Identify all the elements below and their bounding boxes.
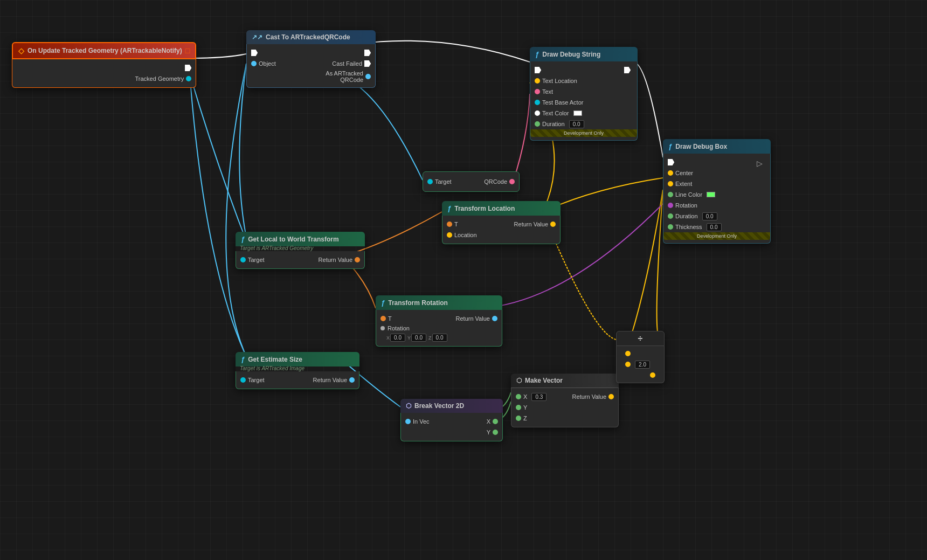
transform-location-header: ƒ Transform Location [442, 201, 561, 216]
exec-out-pin [12, 63, 196, 73]
qrcode-node[interactable]: Target QRCode [423, 171, 520, 192]
mv-x-pin: X 0.3 [511, 391, 565, 402]
as-artrackedqrcode-pin: As ARTracked QRCode [311, 69, 375, 84]
tr-return [492, 316, 497, 321]
bv-x-pin: X [452, 416, 502, 427]
ddb-duration-pin: Duration 0.0 [663, 211, 752, 222]
break-vector2d-node[interactable]: ⬡ Break Vector 2D In Vec X Y [400, 399, 503, 441]
dds-duration-pin: Duration 0.0 [530, 119, 620, 129]
dds-color [535, 110, 540, 116]
mv-y-pin: Y [511, 402, 565, 413]
draw-debug-box-node[interactable]: ƒ Draw Debug Box Center Extent Line Colo… [663, 139, 771, 244]
bv-x [493, 419, 498, 424]
draw-debug-box-header: ƒ Draw Debug Box [663, 139, 771, 154]
tracked-geometry-out [186, 76, 191, 81]
dds-duration [535, 121, 540, 127]
break-vector2d-header: ⬡ Break Vector 2D [400, 399, 503, 413]
tr-rotation [381, 326, 385, 330]
ges-return [349, 377, 355, 383]
event-header: ◇ On Update Tracked Geometry (ARTrackabl… [12, 42, 196, 59]
cast-node[interactable]: ↗↗ Cast To ARTrackedQRCode Object Cast F… [246, 30, 376, 88]
divide-node[interactable]: ÷ 2.0 [616, 331, 665, 383]
make-vector-node[interactable]: ⬡ Make Vector X 0.3 Y Z [511, 374, 619, 427]
func-icon: ƒ [535, 50, 539, 58]
get-local-world-header: ƒ Get Local to World Transform [236, 232, 365, 246]
break-vector2d-body: In Vec X Y [400, 413, 503, 441]
as-artrackedqrcode-out [365, 74, 371, 79]
func-icon-4: ƒ [241, 235, 245, 243]
get-local-world-node[interactable]: ƒ Get Local to World Transform Target is… [236, 232, 365, 269]
glw-target [240, 257, 246, 262]
make-icon: ⬡ [516, 377, 522, 384]
mv-z-pin: Z [511, 413, 565, 424]
dds-color-pin: Text Color [530, 108, 620, 119]
divide-header: ÷ [616, 331, 665, 346]
qrcode-target-pin: Target [427, 178, 452, 185]
draw-debug-string-header: ƒ Draw Debug String [530, 47, 638, 61]
event-title: On Update Tracked Geometry (ARTrackableN… [27, 47, 182, 54]
draw-debug-box-title: Draw Debug Box [675, 143, 727, 150]
dds-actor [535, 100, 540, 105]
transform-location-node[interactable]: ƒ Transform Location T Location Return V… [442, 201, 561, 244]
mv-return-pin: Return Value [565, 391, 618, 402]
ddb-rotation [668, 203, 673, 208]
make-vector-header: ⬡ Make Vector [511, 374, 619, 388]
tr-return-pin: Return Value [452, 313, 502, 324]
ges-target-pin: Target [236, 375, 298, 385]
tl-t [447, 222, 452, 227]
divide-icon: ÷ [638, 334, 643, 343]
cast-object-pin: Object [247, 58, 311, 69]
cast-failed-out [364, 60, 371, 67]
make-vector-body: X 0.3 Y Z Return Value [511, 388, 619, 427]
cast-exec-out [311, 47, 375, 58]
ddb-duration [668, 213, 673, 219]
transform-rotation-body: T Rotation X 0.0 Y 0.0 Z 0.0 [376, 310, 502, 347]
tl-return [550, 222, 556, 227]
cast-title: Cast To ARTrackedQRCode [266, 33, 350, 41]
bv-y [493, 430, 498, 435]
get-estimate-size-title: Get Estimate Size [248, 356, 302, 363]
dds-text-pin: Text [530, 86, 620, 97]
qrcode-out-pin: QRCode [484, 178, 515, 185]
exec-out [185, 65, 191, 71]
func-icon-5: ƒ [381, 299, 385, 307]
tr-rotation-pin: Rotation [376, 324, 452, 333]
func-icon-6: ƒ [241, 355, 245, 363]
transform-rotation-header: ƒ Transform Rotation [376, 295, 502, 310]
text-color-swatch [573, 110, 582, 116]
qrcode-target [427, 179, 433, 184]
ges-return-pin: Return Value [298, 375, 359, 385]
ddb-extent-pin: Extent [663, 178, 752, 189]
ddb-exec-in [663, 157, 752, 168]
draw-debug-box-body: Center Extent Line Color Rotation [663, 154, 771, 244]
tl-return-pin: Return Value [501, 219, 560, 230]
tr-t-pin: T [376, 313, 452, 324]
divide-body: 2.0 [616, 346, 665, 383]
transform-location-body: T Location Return Value [442, 216, 561, 244]
event-icon: ◇ [18, 46, 24, 55]
func-icon-2: ƒ [668, 142, 672, 150]
ddb-rotation-pin: Rotation [663, 200, 752, 211]
ddb-linecolor [668, 192, 673, 197]
div-out-pin [621, 370, 660, 381]
glw-return-pin: Return Value [300, 254, 364, 265]
transform-rotation-node[interactable]: ƒ Transform Rotation T Rotation X 0.0 [376, 295, 502, 347]
qrcode-body: Target QRCode [423, 171, 520, 192]
dev-only-label-2: Development Only [663, 232, 770, 240]
ddb-thickness-pin: Thickness 0.0 [663, 222, 752, 232]
event-node[interactable]: ◇ On Update Tracked Geometry (ARTrackabl… [12, 42, 196, 88]
ddb-exec-out: ▷ [752, 158, 768, 169]
draw-debug-string-node[interactable]: ƒ Draw Debug String Text Location Text T… [530, 47, 638, 141]
get-estimate-size-body: Target Return Value [236, 371, 359, 389]
cast-header: ↗↗ Cast To ARTrackedQRCode [246, 30, 376, 44]
div-out [650, 372, 655, 378]
div-in2-pin: 2.0 [621, 359, 660, 370]
tr-t [381, 316, 386, 321]
draw-debug-string-body: Text Location Text Test Base Actor Text … [530, 61, 638, 141]
tracked-geometry-pin: Tracked Geometry [12, 73, 196, 84]
get-estimate-size-node[interactable]: ƒ Get Estimate Size Target is ARTracked … [236, 352, 359, 389]
event-close-icon[interactable]: □ [185, 46, 190, 55]
transform-location-title: Transform Location [454, 205, 515, 212]
dds-exec-out-pin [624, 67, 631, 73]
get-estimate-size-header: ƒ Get Estimate Size [236, 352, 359, 367]
